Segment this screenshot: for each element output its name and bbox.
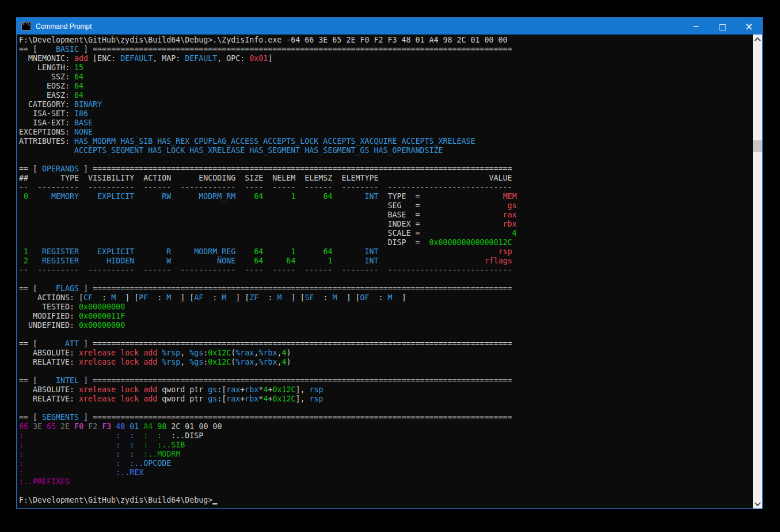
terminal-line — [19, 330, 751, 339]
terminal-line: TESTED: 0x00000000 — [19, 303, 751, 312]
terminal-line: ISA-SET: I86 — [19, 109, 751, 118]
terminal-line: ISA-EXT: BASE — [19, 118, 751, 128]
terminal-line: == [ BASIC ] ===========================… — [19, 45, 751, 54]
terminal-line: F:\Development\GitHub\zydis\Build64\Debu… — [19, 36, 751, 45]
terminal-line: : : : : : :..DISP — [19, 431, 751, 441]
terminal-line: DISP = 0x000000000000012C — [19, 238, 751, 247]
terminal-line: == [ INTEL ] ===========================… — [19, 376, 751, 385]
terminal-line: LENGTH: 15 — [19, 63, 751, 72]
chevron-down-icon — [754, 499, 760, 506]
vertical-scrollbar[interactable] — [753, 35, 762, 508]
terminal-line: RELATIVE: xrelease lock add %rsp, %gs:0x… — [19, 358, 751, 367]
scroll-down-button[interactable] — [753, 499, 762, 508]
terminal-line: UNDEFINED: 0x00000000 — [19, 321, 751, 330]
terminal-line — [19, 275, 751, 284]
terminal-line: ABSOLUTE: xrelease lock add qword ptr gs… — [19, 385, 751, 395]
terminal-line: RELATIVE: xrelease lock add qword ptr gs… — [19, 395, 751, 404]
terminal-line: -- --------- ---------- ------ ---------… — [19, 266, 751, 275]
terminal-line: ACCEPTS_SEGMENT HAS_LOCK HAS_XRELEASE HA… — [19, 146, 751, 155]
terminal-line — [19, 367, 751, 376]
terminal-line: 66 3E 65 2E F0 F2 F3 48 01 A4 98 2C 01 0… — [19, 422, 751, 431]
terminal-line: MODIFIED: 0x0000011F — [19, 312, 751, 321]
close-button[interactable]: × — [736, 18, 762, 35]
terminal-line: ## TYPE VISIBILITY ACTION ENCODING SIZE … — [19, 174, 751, 183]
terminal-line: SEG = gs — [19, 201, 751, 210]
minimize-button[interactable]: ─ — [683, 18, 709, 35]
terminal-output: F:\Development\GitHub\zydis\Build64\Debu… — [19, 36, 751, 505]
terminal-line: CATEGORY: BINARY — [19, 100, 751, 109]
terminal-line: == [ ATT ] =============================… — [19, 339, 751, 349]
chevron-up-icon — [754, 37, 760, 43]
terminal-line: MNEMONIC: add [ENC: DEFAULT, MAP: DEFAUL… — [19, 54, 751, 63]
cmd-window: C:\ Command Prompt ─ □ × F:\Development\… — [16, 17, 763, 509]
terminal-line: : : : :..MODRM — [19, 450, 751, 459]
terminal-line: ATTRIBUTES: HAS_MODRM HAS_SIB HAS_REX CP… — [19, 137, 751, 146]
terminal-line: == [ FLAGS ] ===========================… — [19, 284, 751, 293]
scroll-up-button[interactable] — [753, 35, 762, 44]
scrollbar-thumb[interactable] — [753, 140, 762, 152]
terminal-line: -- --------- ---------- ------ ---------… — [19, 183, 751, 192]
terminal-line: 0 MEMORY EXPLICIT RW MODRM_RM 64 1 64 IN… — [19, 192, 751, 201]
terminal-line — [19, 404, 751, 413]
terminal-line: SCALE = 4 — [19, 229, 751, 238]
terminal-line: ACTIONS: [CF : M ] [PF : M ] [AF : M ] [… — [19, 293, 751, 303]
title-bar[interactable]: C:\ Command Prompt ─ □ × — [17, 18, 762, 35]
maximize-button[interactable]: □ — [709, 18, 736, 35]
terminal-line: EOSZ: 64 — [19, 82, 751, 91]
terminal-line: : : :..OPCODE — [19, 459, 751, 468]
terminal-line: : :..REX — [19, 468, 751, 477]
terminal-line: :..PREFIXES — [19, 477, 751, 487]
terminal-line — [19, 155, 751, 164]
window-controls: ─ □ × — [683, 18, 762, 35]
terminal-line: EASZ: 64 — [19, 91, 751, 100]
terminal-line: == [ OPERANDS ] ========================… — [19, 164, 751, 174]
terminal-line: : : : : :..SIB — [19, 441, 751, 450]
console-area: F:\Development\GitHub\zydis\Build64\Debu… — [17, 35, 762, 508]
terminal-line — [19, 487, 751, 496]
terminal-line: == [ SEGMENTS ] ========================… — [19, 413, 751, 422]
terminal-line: EXCEPTIONS: NONE — [19, 128, 751, 137]
terminal-line: F:\Development\GitHub\zydis\Build64\Debu… — [19, 496, 751, 505]
window-title: Command Prompt — [36, 22, 92, 30]
cmd-icon: C:\ — [21, 22, 31, 30]
terminal-line: INDEX = rbx — [19, 220, 751, 229]
terminal-line: 1 REGISTER EXPLICIT R MODRM_REG 64 1 64 … — [19, 247, 751, 257]
terminal-line: ABSOLUTE: xrelease lock add %rsp, %gs:0x… — [19, 349, 751, 358]
terminal-line: BASE = rax — [19, 210, 751, 220]
terminal-line: 2 REGISTER HIDDEN W NONE 64 64 1 INT rfl… — [19, 257, 751, 266]
terminal-line: SSZ: 64 — [19, 72, 751, 82]
